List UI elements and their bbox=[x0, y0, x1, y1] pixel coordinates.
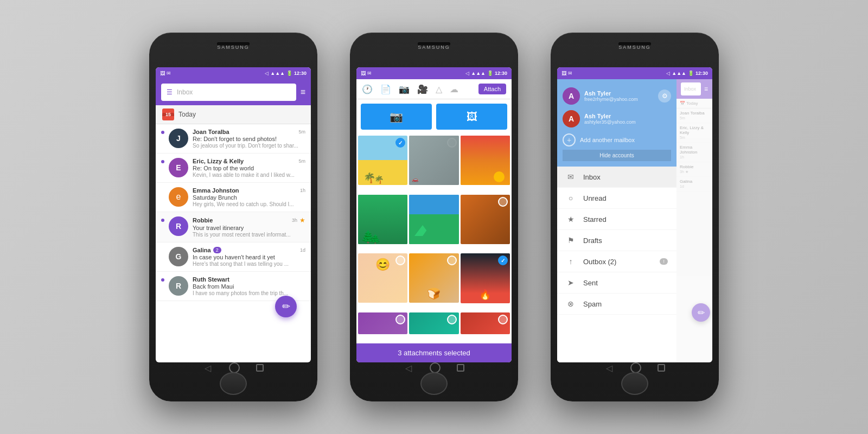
account-avatar-2: A bbox=[563, 110, 580, 127]
status-time-1: 12:30 bbox=[294, 71, 307, 76]
compose-fab[interactable]: ✏ bbox=[275, 296, 297, 317]
account-action-1[interactable]: ⚙ bbox=[658, 90, 671, 103]
photo-cell-10[interactable] bbox=[358, 312, 407, 334]
take-photo-button[interactable]: 📷 bbox=[361, 104, 432, 130]
recent-icon[interactable]: 🕐 bbox=[362, 84, 373, 94]
attach-icon-row: 🕐 📄 📷 🎥 △ ☁ bbox=[362, 84, 458, 94]
account-item-2[interactable]: A Ash Tyler ashtyler35@yahoo.com bbox=[563, 107, 671, 130]
phone-1: SAMSUNG 🖼 ✉ ◁ ▲▲▲ 🔋 12:30 ☰ Inbox ≡ bbox=[149, 33, 317, 401]
nav-item-starred[interactable]: ★ Starred bbox=[557, 209, 676, 230]
nav-item-spam[interactable]: ⊗ Spam bbox=[557, 293, 676, 315]
wifi-2: ◁ bbox=[465, 71, 469, 76]
back-button-1[interactable]: ◁ bbox=[203, 363, 213, 373]
photo-cell-12[interactable] bbox=[461, 312, 510, 334]
nav-item-inbox[interactable]: ✉ Inbox bbox=[557, 167, 676, 188]
camera-icon[interactable]: 📷 bbox=[399, 84, 410, 94]
nav-item-outbox[interactable]: ↑ Outbox (2) ! bbox=[557, 251, 676, 272]
account-email-2: ashtyler35@yahoo.com bbox=[584, 119, 671, 125]
home-button-3[interactable] bbox=[630, 362, 641, 373]
phone-3: SAMSUNG 🖼 ✉ ◁ ▲▲▲ 🔋 12:30 A bbox=[551, 33, 719, 401]
email-item-eric[interactable]: E Eric, Lizzy & Kelly 5m Re: On top of t… bbox=[156, 154, 311, 183]
photo-cell-9[interactable]: 🔥 bbox=[461, 253, 510, 303]
photo-cell-11[interactable] bbox=[409, 312, 458, 334]
list-icon[interactable]: ≡ bbox=[301, 87, 305, 97]
file-icon[interactable]: 📄 bbox=[380, 84, 391, 94]
samsung-label-2: SAMSUNG bbox=[418, 44, 450, 50]
subject-galina: In case you haven't heard it yet bbox=[193, 254, 305, 260]
video-icon[interactable]: 🎥 bbox=[417, 84, 428, 94]
nav-item-unread[interactable]: ○ Unread bbox=[557, 188, 676, 209]
unread-nav-label: Unread bbox=[583, 194, 607, 202]
preview-robbie: This is your most recent travel informat… bbox=[193, 232, 305, 238]
photo-cell-4[interactable]: 🌲 🌲 bbox=[358, 195, 407, 244]
email-item-emma[interactable]: e Emma Johnston 1h Saturday Brunch Hey g… bbox=[156, 183, 311, 212]
physical-home-3[interactable] bbox=[621, 372, 648, 395]
signal-2: ▲▲▲ bbox=[471, 71, 486, 76]
photo-cell-3[interactable] bbox=[461, 136, 510, 185]
add-mailbox-icon: + bbox=[563, 133, 576, 146]
recents-button-2[interactable] bbox=[457, 364, 464, 372]
email-content-galina: Galina 2 1d In case you haven't heard it… bbox=[193, 247, 305, 267]
accounts-section: A Ash Tyler free2rhyme@yahoo.com ⚙ A Ash… bbox=[557, 79, 676, 167]
nav-item-sent[interactable]: ➤ Sent bbox=[557, 272, 676, 293]
add-mailbox-item[interactable]: + Add another mailbox bbox=[563, 130, 671, 150]
nav-buttons-2: ◁ bbox=[404, 362, 464, 373]
photo-cell-2[interactable]: 🚗 bbox=[409, 136, 458, 185]
drafts-nav-icon: ⚑ bbox=[566, 236, 576, 245]
attachment-footer[interactable]: 3 attachments selected bbox=[356, 343, 512, 362]
unread-dot-6 bbox=[161, 278, 164, 282]
hide-accounts-button[interactable]: Hide accounts bbox=[563, 150, 671, 161]
photo-cell-7[interactable]: 😊 bbox=[358, 253, 407, 303]
drawer-nav: ✉ Inbox ○ Unread ★ Starred ⚑ Drafts bbox=[557, 167, 676, 362]
drive-icon[interactable]: △ bbox=[436, 84, 442, 94]
photo-grid: 🌴 🌴 🚗 🌲 🌲 bbox=[356, 134, 512, 343]
physical-home-1[interactable] bbox=[220, 372, 247, 395]
outbox-nav-icon: ↑ bbox=[566, 257, 576, 266]
signal-icon: ▲▲▲ bbox=[270, 71, 285, 76]
badge-galina: 2 bbox=[213, 247, 221, 253]
time-emma: 1h bbox=[300, 188, 305, 193]
account-info-2: Ash Tyler ashtyler35@yahoo.com bbox=[584, 113, 671, 125]
back-button-3[interactable]: ◁ bbox=[604, 363, 614, 373]
photo-action-row: 📷 🖼 bbox=[356, 99, 512, 134]
email-item-robbie[interactable]: R Robbie 3h ★ Your travel itinerary This… bbox=[156, 212, 311, 242]
notif-icon-2: 🖼 bbox=[361, 71, 366, 76]
avatar-robbie: R bbox=[169, 216, 188, 236]
photo-cell-8[interactable]: 🍞 bbox=[409, 253, 458, 303]
browse-photos-button[interactable]: 🖼 bbox=[436, 104, 507, 130]
home-button-1[interactable] bbox=[229, 362, 240, 373]
attach-button[interactable]: Attach bbox=[478, 84, 506, 94]
unread-dot-1 bbox=[161, 131, 164, 134]
samsung-label-3: SAMSUNG bbox=[618, 44, 651, 50]
starred-nav-label: Starred bbox=[583, 215, 607, 224]
recents-button-3[interactable] bbox=[658, 364, 665, 372]
avatar-ruth: R bbox=[169, 276, 188, 296]
sender-galina: Galina bbox=[193, 247, 211, 253]
physical-home-2[interactable] bbox=[420, 372, 448, 395]
email-content-robbie: Robbie 3h ★ Your travel itinerary This i… bbox=[193, 216, 305, 238]
notif-icon-3: 🖼 bbox=[561, 71, 566, 76]
recents-button-1[interactable] bbox=[256, 364, 264, 372]
home-button-2[interactable] bbox=[430, 362, 441, 373]
photo-cell-1[interactable]: 🌴 🌴 bbox=[358, 136, 407, 185]
drafts-nav-label: Drafts bbox=[583, 237, 602, 245]
phone-screen-3: 🖼 ✉ ◁ ▲▲▲ 🔋 12:30 A Ash Tyler bbox=[557, 67, 712, 362]
battery-3: 🔋 bbox=[688, 71, 694, 76]
email-item-galina[interactable]: G Galina 2 1d In case you haven't heard … bbox=[156, 242, 311, 272]
nav-item-drafts[interactable]: ⚑ Drafts bbox=[557, 230, 676, 251]
email-item-joan[interactable]: J Joan Toralba 5m Re: Don't forget to se… bbox=[156, 124, 311, 154]
cloud-icon[interactable]: ☁ bbox=[450, 84, 458, 94]
account-item-1[interactable]: A Ash Tyler free2rhyme@yahoo.com ⚙ bbox=[563, 85, 671, 107]
inbox-label: Inbox bbox=[177, 88, 193, 96]
unread-dot-4 bbox=[161, 219, 164, 222]
wifi-icon: ◁ bbox=[265, 71, 269, 76]
photo-cell-6[interactable] bbox=[461, 195, 510, 244]
back-button-2[interactable]: ◁ bbox=[404, 363, 413, 373]
photo-cell-5[interactable] bbox=[409, 195, 458, 244]
hamburger-icon[interactable]: ☰ bbox=[167, 88, 173, 96]
fab-3[interactable]: ✏ bbox=[692, 303, 710, 322]
preview-ruth: I have so many photos from the trip th..… bbox=[193, 290, 305, 296]
date-number: 15 bbox=[165, 112, 171, 117]
spam-nav-label: Spam bbox=[583, 300, 602, 308]
search-box-1[interactable]: ☰ Inbox bbox=[161, 84, 296, 101]
